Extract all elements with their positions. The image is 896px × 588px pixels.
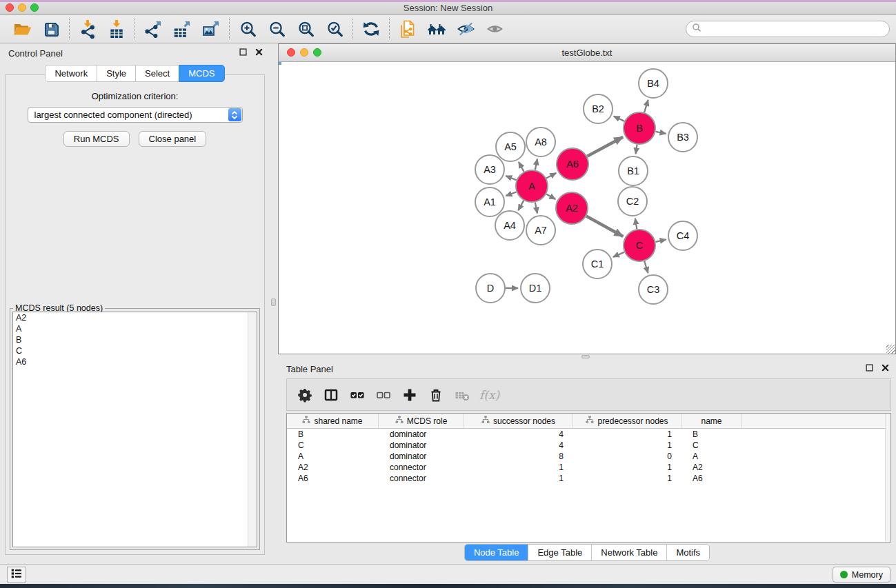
network-from-file-icon[interactable] bbox=[396, 17, 419, 41]
table-cell[interactable]: 1 bbox=[573, 429, 681, 439]
table-cell[interactable]: 1 bbox=[573, 474, 681, 483]
node-B2[interactable]: B2 bbox=[584, 94, 613, 123]
import-table-icon[interactable] bbox=[105, 17, 128, 41]
save-session-icon[interactable] bbox=[39, 17, 63, 41]
search-input[interactable] bbox=[705, 23, 889, 35]
table-cell[interactable]: connector bbox=[379, 463, 464, 472]
zoom-out-icon[interactable] bbox=[265, 17, 288, 41]
node-B1[interactable]: B1 bbox=[619, 156, 648, 185]
table-row[interactable]: A6connector11A6 bbox=[287, 473, 890, 484]
column-header-successor-nodes[interactable]: successor nodes bbox=[464, 414, 573, 428]
table-cell[interactable]: dominator bbox=[379, 429, 464, 439]
table-cell[interactable]: 4 bbox=[464, 440, 573, 450]
edge-B-B4[interactable] bbox=[644, 100, 648, 112]
edge-C-C4[interactable] bbox=[655, 239, 666, 241]
float-panel-icon[interactable] bbox=[239, 48, 247, 56]
zoom-in-icon[interactable] bbox=[236, 17, 259, 41]
open-session-icon[interactable] bbox=[10, 17, 34, 41]
edge-B-B3[interactable] bbox=[656, 132, 666, 134]
node-B[interactable]: B bbox=[624, 112, 655, 144]
mcds-result-item[interactable]: C bbox=[13, 345, 257, 356]
table-cell[interactable]: C bbox=[681, 440, 742, 450]
table-cell[interactable]: 1 bbox=[464, 474, 573, 483]
split-columns-icon[interactable] bbox=[320, 384, 341, 405]
node-A3[interactable]: A3 bbox=[475, 155, 504, 184]
edge-A2-C[interactable] bbox=[586, 216, 623, 236]
edge-A-A7[interactable] bbox=[535, 203, 537, 214]
node-A1[interactable]: A1 bbox=[475, 187, 504, 216]
edge-B-B1[interactable] bbox=[636, 145, 637, 154]
table-cell[interactable]: dominator bbox=[379, 440, 464, 450]
table-scrollbar[interactable] bbox=[885, 414, 890, 542]
home-houses-icon[interactable] bbox=[425, 17, 448, 41]
table-cell[interactable]: 1 bbox=[573, 440, 681, 450]
edge-A-A6[interactable] bbox=[546, 173, 556, 179]
mcds-result-item[interactable]: A6 bbox=[13, 356, 257, 367]
add-row-icon[interactable] bbox=[399, 384, 420, 405]
network-window-titlebar[interactable]: testGlobe.txt bbox=[279, 44, 895, 62]
edge-C-C1[interactable] bbox=[613, 252, 624, 257]
table-cell[interactable]: 1 bbox=[464, 463, 573, 472]
table-cell[interactable]: B bbox=[287, 429, 379, 439]
zoom-selected-icon[interactable] bbox=[323, 17, 346, 41]
table-cell[interactable]: C bbox=[287, 440, 379, 450]
node-A7[interactable]: A7 bbox=[526, 216, 555, 245]
task-history-button[interactable] bbox=[7, 567, 26, 582]
edge-C-C3[interactable] bbox=[644, 261, 648, 273]
search-box[interactable] bbox=[686, 21, 890, 37]
tab-motifs[interactable]: Motifs bbox=[667, 545, 709, 560]
network-canvas[interactable]: B4B2BB3A5A8A6B1A3AA1C2A2A4A7C4CC1C3DD1 bbox=[279, 62, 895, 354]
mcds-result-item[interactable]: B bbox=[13, 334, 257, 345]
node-A[interactable]: A bbox=[516, 170, 548, 202]
table-cell[interactable]: connector bbox=[379, 474, 464, 483]
tab-network-table[interactable]: Network Table bbox=[592, 545, 667, 560]
table-cell[interactable]: A2 bbox=[287, 463, 379, 472]
horizontal-split-divider[interactable] bbox=[278, 354, 896, 359]
edge-A-A2[interactable] bbox=[546, 194, 555, 199]
node-D[interactable]: D bbox=[476, 274, 505, 303]
table-cell[interactable]: 4 bbox=[464, 429, 573, 439]
edge-A-A5[interactable] bbox=[519, 162, 524, 172]
node-A6[interactable]: A6 bbox=[557, 148, 588, 180]
memory-button[interactable]: Memory bbox=[833, 567, 890, 582]
tab-select[interactable]: Select bbox=[135, 65, 179, 82]
export-network-icon[interactable] bbox=[141, 17, 165, 41]
close-panel-icon[interactable] bbox=[255, 48, 263, 56]
export-table-icon[interactable] bbox=[170, 17, 194, 41]
table-cell[interactable]: A bbox=[681, 452, 742, 461]
zoom-fit-icon[interactable] bbox=[294, 17, 317, 41]
column-header-predecessor-nodes[interactable]: predecessor nodes bbox=[573, 414, 681, 428]
settings-gear-icon[interactable] bbox=[294, 384, 315, 405]
select-all-icon[interactable] bbox=[346, 384, 368, 405]
table-cell[interactable]: 0 bbox=[573, 452, 681, 461]
mcds-result-item[interactable]: A2 bbox=[13, 312, 257, 323]
eye-slash-icon[interactable] bbox=[454, 17, 477, 41]
import-network-icon[interactable] bbox=[76, 17, 99, 41]
refresh-icon[interactable] bbox=[359, 17, 383, 41]
node-C3[interactable]: C3 bbox=[639, 275, 668, 304]
table-cell[interactable]: 8 bbox=[464, 452, 573, 461]
node-A8[interactable]: A8 bbox=[526, 128, 555, 156]
mcds-list-scrollbar[interactable] bbox=[248, 312, 257, 547]
table-cell[interactable]: A bbox=[287, 452, 379, 461]
criterion-dropdown[interactable]: largest connected component (directed) bbox=[28, 107, 243, 123]
node-C1[interactable]: C1 bbox=[583, 250, 612, 278]
edge-A-A4[interactable] bbox=[518, 201, 524, 210]
table-row[interactable]: Cdominator41C bbox=[287, 440, 890, 451]
float-panel-icon[interactable] bbox=[866, 364, 873, 372]
edge-A6-B[interactable] bbox=[587, 137, 623, 156]
eye-icon[interactable] bbox=[483, 17, 506, 41]
close-panel-button[interactable]: Close panel bbox=[139, 131, 207, 147]
clear-selection-icon[interactable] bbox=[372, 384, 394, 405]
node-C2[interactable]: C2 bbox=[618, 187, 647, 216]
table-cell[interactable]: 1 bbox=[573, 463, 681, 472]
node-C4[interactable]: C4 bbox=[668, 221, 697, 250]
node-D1[interactable]: D1 bbox=[521, 274, 550, 303]
table-cell[interactable]: A2 bbox=[681, 463, 742, 472]
resize-grip-icon[interactable] bbox=[886, 345, 895, 354]
close-panel-icon[interactable] bbox=[882, 364, 889, 372]
mcds-result-item[interactable]: A bbox=[13, 323, 257, 334]
table-cell[interactable]: dominator bbox=[379, 452, 464, 461]
node-B3[interactable]: B3 bbox=[668, 123, 697, 152]
node-A2[interactable]: A2 bbox=[556, 192, 588, 224]
